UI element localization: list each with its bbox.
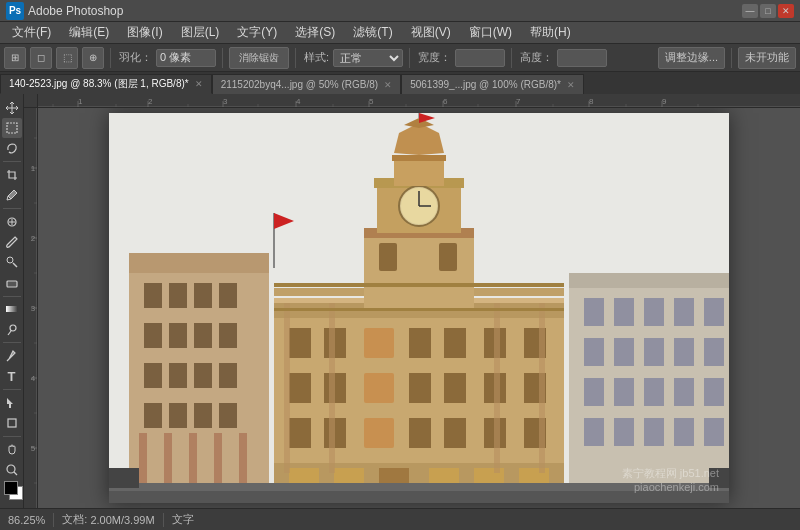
- width-input[interactable]: [455, 49, 505, 67]
- minimize-button[interactable]: —: [742, 4, 758, 18]
- menu-view[interactable]: 视图(V): [403, 22, 459, 43]
- height-input[interactable]: [557, 49, 607, 67]
- heal-tool[interactable]: [2, 212, 22, 231]
- svg-rect-139: [584, 338, 604, 366]
- tab-1-close[interactable]: ✕: [195, 79, 203, 89]
- svg-rect-74: [164, 433, 172, 483]
- svg-text:6: 6: [443, 97, 448, 106]
- svg-text:8: 8: [589, 97, 594, 106]
- svg-rect-69: [144, 403, 162, 428]
- toolbar-sep-6: [731, 48, 732, 68]
- svg-text:2: 2: [148, 97, 153, 106]
- eraser-tool[interactable]: [2, 273, 22, 292]
- tool-sep-3: [3, 296, 21, 297]
- tab-2-label: 2115202byq4...jpg @ 50% (RGB/8): [221, 79, 378, 90]
- feather-label: 羽化：: [119, 50, 152, 65]
- svg-rect-136: [644, 298, 664, 326]
- path-select-tool[interactable]: [2, 393, 22, 412]
- anti-alias-btn[interactable]: 消除锯齿: [229, 47, 289, 69]
- tab-3-close[interactable]: ✕: [567, 80, 575, 90]
- canvas-area[interactable]: 1 2 3 4 5 6 7 8 9: [24, 94, 800, 508]
- ruler-corner: [24, 94, 38, 108]
- svg-rect-86: [364, 328, 394, 358]
- svg-rect-100: [364, 418, 394, 448]
- menu-edit[interactable]: 编辑(E): [61, 22, 117, 43]
- move-tool[interactable]: [2, 98, 22, 117]
- pen-tool[interactable]: [2, 346, 22, 365]
- svg-rect-143: [704, 338, 724, 366]
- crop-tool[interactable]: [2, 165, 22, 184]
- svg-rect-70: [169, 403, 187, 428]
- tool-options-btn[interactable]: ⊞: [4, 47, 26, 69]
- menu-help[interactable]: 帮助(H): [522, 22, 579, 43]
- menu-window[interactable]: 窗口(W): [461, 22, 520, 43]
- tool-btn-3[interactable]: ⬚: [56, 47, 78, 69]
- svg-rect-115: [439, 243, 457, 271]
- svg-rect-88: [444, 328, 466, 358]
- close-button[interactable]: ✕: [778, 4, 794, 18]
- eyedropper-tool[interactable]: [2, 186, 22, 205]
- svg-rect-66: [169, 363, 187, 388]
- shape-tool[interactable]: [2, 414, 22, 433]
- lasso-tool[interactable]: [2, 139, 22, 158]
- tool-btn-4[interactable]: ⊕: [82, 47, 104, 69]
- canvas-content[interactable]: 素宁教程网 jb51.net piaochenkeji.com: [38, 108, 800, 508]
- svg-rect-150: [614, 418, 634, 446]
- text-tool[interactable]: T: [2, 367, 22, 386]
- feather-input[interactable]: [156, 49, 216, 67]
- svg-rect-149: [584, 418, 604, 446]
- foreground-color[interactable]: [4, 481, 18, 495]
- svg-rect-138: [704, 298, 724, 326]
- svg-rect-65: [144, 363, 162, 388]
- zoom-display[interactable]: 86.25%: [8, 514, 45, 526]
- menu-select[interactable]: 选择(S): [287, 22, 343, 43]
- svg-rect-64: [219, 323, 237, 348]
- svg-text:7: 7: [516, 97, 521, 106]
- tab-2[interactable]: 2115202byq4...jpg @ 50% (RGB/8) ✕: [212, 74, 401, 94]
- rectangle-select-tool[interactable]: [2, 118, 22, 137]
- svg-rect-151: [644, 418, 664, 446]
- dodge-tool[interactable]: [2, 320, 22, 339]
- toolbar-sep-5: [511, 48, 512, 68]
- layer-info: 文字: [172, 512, 194, 527]
- menu-filter[interactable]: 滤镜(T): [345, 22, 400, 43]
- menu-image[interactable]: 图像(I): [119, 22, 170, 43]
- svg-rect-155: [109, 483, 729, 491]
- tool-btn-2[interactable]: ◻: [30, 47, 52, 69]
- toolbar-sep-1: [110, 48, 111, 68]
- menu-file[interactable]: 文件(F): [4, 22, 59, 43]
- svg-rect-153: [704, 418, 724, 446]
- brush-tool[interactable]: [2, 232, 22, 251]
- menu-layer[interactable]: 图层(L): [173, 22, 228, 43]
- svg-text:1: 1: [78, 97, 83, 106]
- svg-rect-94: [409, 373, 431, 403]
- tab-1[interactable]: 140-2523.jpg @ 88.3% (图层 1, RGB/8)* ✕: [0, 74, 212, 94]
- clone-tool[interactable]: [2, 253, 22, 272]
- maximize-button[interactable]: □: [760, 4, 776, 18]
- svg-rect-156: [109, 468, 139, 488]
- tab-2-close[interactable]: ✕: [384, 80, 392, 90]
- toolbar-sep-2: [222, 48, 223, 68]
- menu-text[interactable]: 文字(Y): [229, 22, 285, 43]
- svg-rect-3: [7, 281, 17, 287]
- tab-3[interactable]: 5061399_...jpg @ 100% (RGB/8)* ✕: [401, 74, 584, 94]
- svg-rect-130: [494, 303, 500, 473]
- adjust-edge-btn[interactable]: 调整边缘...: [658, 47, 725, 69]
- width-label: 宽度：: [418, 50, 451, 65]
- svg-rect-114: [379, 243, 397, 271]
- gradient-tool[interactable]: [2, 300, 22, 319]
- svg-rect-133: [569, 273, 729, 288]
- svg-rect-145: [614, 378, 634, 406]
- svg-rect-135: [614, 298, 634, 326]
- svg-rect-146: [644, 378, 664, 406]
- no-function-btn[interactable]: 未开功能: [738, 47, 796, 69]
- zoom-tool[interactable]: [2, 460, 22, 479]
- tab-bar: 140-2523.jpg @ 88.3% (图层 1, RGB/8)* ✕ 21…: [0, 72, 800, 94]
- hand-tool[interactable]: [2, 440, 22, 459]
- tab-3-label: 5061399_...jpg @ 100% (RGB/8)*: [410, 79, 561, 90]
- svg-rect-102: [444, 418, 466, 448]
- svg-rect-84: [289, 328, 311, 358]
- svg-rect-87: [409, 328, 431, 358]
- style-select[interactable]: 正常 固定比例 固定大小: [333, 49, 403, 67]
- svg-rect-147: [674, 378, 694, 406]
